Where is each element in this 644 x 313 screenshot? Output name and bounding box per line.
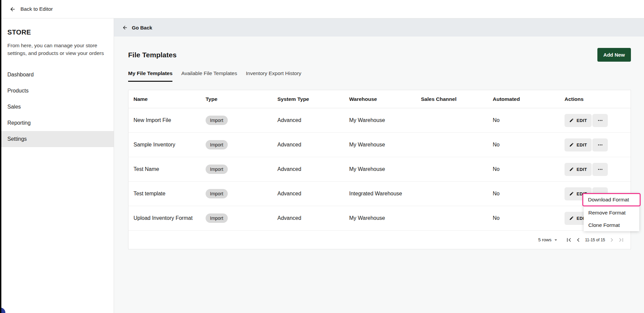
cell-name: Test Name <box>133 166 206 172</box>
edit-label: EDIT <box>577 167 587 172</box>
go-back-label: Go Back <box>132 25 152 30</box>
cell-actions: EDIT <box>565 138 631 151</box>
type-badge: Import <box>206 189 228 198</box>
cell-system-type: Advanced <box>277 117 349 123</box>
table-row: Upload Inventory Format Import Advanced … <box>128 206 631 231</box>
cell-type: Import <box>206 116 277 125</box>
type-badge: Import <box>206 213 228 223</box>
page-title: File Templates <box>128 51 176 59</box>
go-back-bar[interactable]: Go Back <box>114 18 644 37</box>
ellipsis-icon <box>597 118 603 123</box>
edit-button[interactable]: EDIT <box>565 163 592 176</box>
cell-automated: No <box>493 166 565 172</box>
cell-automated: No <box>493 215 565 221</box>
cell-system-type: Advanced <box>277 191 349 197</box>
add-new-button[interactable]: Add New <box>597 48 631 62</box>
tab-bar: My File Templates Available File Templat… <box>128 70 631 82</box>
next-page-button[interactable] <box>607 235 616 245</box>
type-badge: Import <box>206 140 228 149</box>
cell-name: Upload Inventory Format <box>133 215 206 221</box>
cell-system-type: Advanced <box>277 166 349 172</box>
column-header-system-type: System Type <box>277 96 349 102</box>
pencil-icon <box>569 167 574 172</box>
column-header-actions: Actions <box>565 96 631 102</box>
tab-available-file-templates[interactable]: Available File Templates <box>181 70 237 82</box>
ellipsis-icon <box>597 167 603 172</box>
cell-actions: EDIT <box>565 114 631 127</box>
page-content: File Templates Add New My File Templates… <box>114 37 644 249</box>
sidebar-item-reporting[interactable]: Reporting <box>0 115 114 131</box>
pencil-icon <box>569 216 574 221</box>
file-templates-table: Name Type System Type Warehouse Sales Ch… <box>128 90 631 249</box>
pencil-icon <box>569 191 574 196</box>
menu-item-download-format[interactable]: Download Format <box>582 193 641 206</box>
previous-page-button[interactable] <box>574 235 583 245</box>
first-page-button[interactable] <box>564 235 574 245</box>
last-page-button[interactable] <box>616 235 626 245</box>
sidebar-nav: Dashboard Products Sales Reporting Setti… <box>0 67 114 147</box>
ellipsis-icon <box>597 142 603 148</box>
column-header-name: Name <box>133 96 206 102</box>
more-actions-button[interactable] <box>592 163 608 176</box>
chevron-down-icon <box>553 237 559 243</box>
sidebar-item-products[interactable]: Products <box>0 83 114 99</box>
cell-name: New Import File <box>133 117 206 123</box>
pencil-icon <box>569 118 574 123</box>
column-header-automated: Automated <box>493 96 565 102</box>
top-bar: Back to Editor <box>0 0 644 18</box>
main-panel: Go Back File Templates Add New My File T… <box>114 18 644 313</box>
table-header-row: Name Type System Type Warehouse Sales Ch… <box>128 90 631 108</box>
back-to-editor-link[interactable]: Back to Editor <box>20 6 53 12</box>
cell-warehouse: My Warehouse <box>349 142 421 148</box>
sidebar-item-dashboard[interactable]: Dashboard <box>0 67 114 83</box>
edit-label: EDIT <box>577 118 587 123</box>
menu-item-remove-format[interactable]: Remove Format <box>584 206 639 219</box>
cell-warehouse: My Warehouse <box>349 117 421 123</box>
store-sidebar: STORE From here, you can manage your sto… <box>0 18 114 313</box>
rows-per-page-select[interactable]: 5 rows <box>538 237 559 243</box>
tab-inventory-export-history[interactable]: Inventory Export History <box>246 70 301 82</box>
rows-per-page-label: 5 rows <box>538 237 551 242</box>
type-badge: Import <box>206 116 228 125</box>
menu-item-clone-format[interactable]: Clone Format <box>584 219 639 231</box>
cell-warehouse: My Warehouse <box>349 166 421 172</box>
table-row: Sample Inventory Import Advanced My Ware… <box>128 133 631 157</box>
cell-system-type: Advanced <box>277 142 349 148</box>
type-badge: Import <box>206 165 228 174</box>
tab-my-file-templates[interactable]: My File Templates <box>128 70 172 82</box>
sidebar-description: From here, you can manage your store set… <box>7 42 106 57</box>
table-row: New Import File Import Advanced My Wareh… <box>128 108 631 133</box>
column-header-type: Type <box>206 96 277 102</box>
cell-name: Test template <box>133 191 206 197</box>
cell-automated: No <box>493 191 565 197</box>
cell-automated: No <box>493 142 565 148</box>
more-actions-button[interactable] <box>592 138 608 151</box>
cell-type: Import <box>206 189 277 198</box>
table-row: Test template Import Advanced Integrated… <box>128 182 631 206</box>
cell-type: Import <box>206 213 277 223</box>
window-edge <box>0 0 1 313</box>
pagination-range-label: 11-15 of 15 <box>585 238 605 242</box>
more-actions-button[interactable] <box>592 114 608 127</box>
go-back-arrow-icon <box>122 25 128 30</box>
edit-button[interactable]: EDIT <box>565 114 592 127</box>
sidebar-title: STORE <box>7 28 114 36</box>
edit-label: EDIT <box>577 142 587 147</box>
cell-name: Sample Inventory <box>133 142 206 148</box>
column-header-sales-channel: Sales Channel <box>421 96 493 102</box>
column-header-warehouse: Warehouse <box>349 96 421 102</box>
back-arrow-icon[interactable] <box>9 6 16 12</box>
table-footer: 5 rows 11-15 of 15 <box>128 231 631 249</box>
cell-system-type: Advanced <box>277 215 349 221</box>
table-row: Test Name Import Advanced My Warehouse N… <box>128 157 631 182</box>
edit-button[interactable]: EDIT <box>565 138 592 151</box>
cell-type: Import <box>206 165 277 174</box>
pencil-icon <box>569 142 574 147</box>
row-actions-menu: Download Format Remove Format Clone Form… <box>584 193 639 231</box>
cell-warehouse: Integrated Warehouse <box>349 191 421 197</box>
cell-warehouse: My Warehouse <box>349 215 421 221</box>
cell-automated: No <box>493 117 565 123</box>
sidebar-item-settings[interactable]: Settings <box>0 131 114 147</box>
sidebar-item-sales[interactable]: Sales <box>0 99 114 115</box>
cell-type: Import <box>206 140 277 149</box>
